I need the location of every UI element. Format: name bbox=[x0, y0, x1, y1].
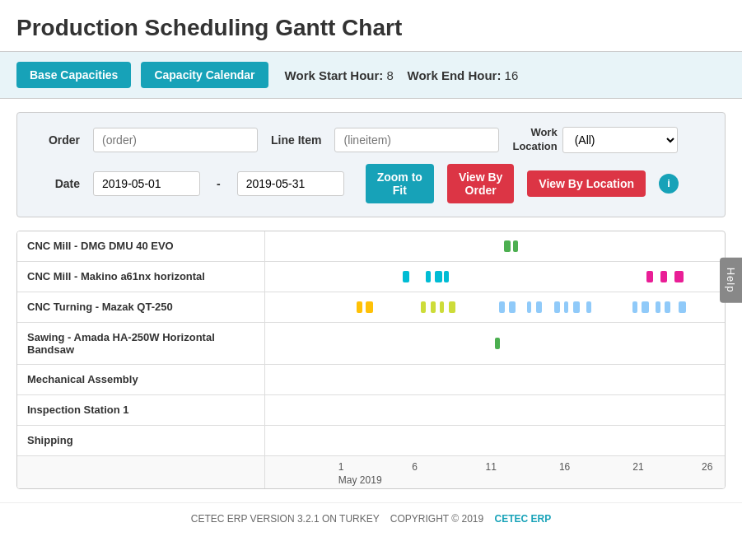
view-by-location-button[interactable]: View By Location bbox=[527, 170, 646, 197]
zoom-to-fit-button[interactable]: Zoom toFit bbox=[366, 164, 434, 203]
timeline-label-26: 26 bbox=[702, 461, 712, 473]
line-item-input[interactable] bbox=[334, 128, 499, 152]
date-separator: - bbox=[213, 177, 224, 190]
table-row: CNC Mill - Makino a61nx horizontal bbox=[17, 261, 725, 292]
filter-row-1: Order Line Item WorkLocation (All) bbox=[30, 126, 712, 154]
gantt-chart-row-7 bbox=[265, 426, 726, 455]
row-label-6: Inspection Station 1 bbox=[17, 394, 264, 425]
timeline-month: May 2019 bbox=[338, 474, 382, 486]
date-end-input[interactable] bbox=[237, 171, 344, 196]
gantt-table: CNC Mill - DMG DMU 40 EVO CNC Mill - Mak… bbox=[17, 231, 725, 489]
gantt-container: CNC Mill - DMG DMU 40 EVO CNC Mill - Mak… bbox=[16, 231, 726, 490]
help-tab[interactable]: Help bbox=[720, 258, 742, 303]
row-label-5: Mechanical Assembly bbox=[17, 364, 264, 394]
footer-copyright: COPYRIGHT © 2019 bbox=[390, 513, 483, 525]
table-row: Sawing - Amada HA-250W Horizontal Bandsa… bbox=[17, 322, 725, 364]
gantt-chart-row-3 bbox=[265, 292, 726, 322]
timeline-labels: 1 6 11 16 21 26 May 2019 bbox=[265, 461, 726, 484]
line-item-label: Line Item bbox=[271, 133, 321, 147]
filter-row-2: Date - Zoom toFit View ByOrder View By L… bbox=[30, 164, 712, 203]
gantt-chart-row-5 bbox=[265, 365, 726, 394]
timeline-row: 1 6 11 16 21 26 May 2019 bbox=[17, 455, 725, 488]
work-location-select[interactable]: (All) bbox=[562, 127, 678, 153]
timeline-label-16: 16 bbox=[559, 461, 570, 473]
gantt-chart-row-6 bbox=[265, 395, 726, 425]
toolbar: Base Capacities Capacity Calendar Work S… bbox=[0, 51, 742, 99]
row-label-1: CNC Mill - DMG DMU 40 EVO bbox=[17, 231, 264, 262]
timeline-label-21: 21 bbox=[632, 461, 643, 473]
table-row: Inspection Station 1 bbox=[17, 394, 725, 425]
gantt-chart-row-1 bbox=[265, 231, 726, 261]
table-row: Mechanical Assembly bbox=[17, 364, 725, 394]
capacity-calendar-button[interactable]: Capacity Calendar bbox=[141, 62, 268, 88]
timeline-label-6: 6 bbox=[412, 461, 418, 473]
row-label-7: Shipping bbox=[17, 425, 264, 455]
timeline-label-11: 11 bbox=[486, 461, 497, 473]
timeline-label-1: 1 bbox=[338, 461, 344, 473]
footer-link[interactable]: CETEC ERP bbox=[495, 513, 552, 525]
row-label-4: Sawing - Amada HA-250W Horizontal Bandsa… bbox=[17, 322, 264, 364]
table-row: CNC Turning - Mazak QT-250 bbox=[17, 292, 725, 322]
work-location-label: WorkLocation bbox=[512, 126, 557, 154]
base-capacities-button[interactable]: Base Capacities bbox=[16, 62, 131, 88]
filter-section: Order Line Item WorkLocation (All) Date … bbox=[16, 112, 726, 217]
order-input[interactable] bbox=[93, 128, 258, 152]
row-label-3: CNC Turning - Mazak QT-250 bbox=[17, 292, 264, 322]
footer: CETEC ERP VERSION 3.2.1 ON TURKEY COPYRI… bbox=[0, 502, 742, 534]
work-start-hour: Work Start Hour: 8 Work End Hour: 16 bbox=[285, 68, 519, 82]
table-row: CNC Mill - DMG DMU 40 EVO bbox=[17, 231, 725, 262]
row-label-2: CNC Mill - Makino a61nx horizontal bbox=[17, 261, 264, 292]
date-label: Date bbox=[30, 177, 80, 190]
footer-version: CETEC ERP VERSION 3.2.1 ON TURKEY bbox=[191, 513, 380, 525]
date-start-input[interactable] bbox=[93, 171, 200, 196]
view-by-order-button[interactable]: View ByOrder bbox=[447, 164, 514, 203]
table-row: Shipping bbox=[17, 425, 725, 455]
gantt-chart-row-2 bbox=[265, 262, 726, 292]
gantt-chart-row-4 bbox=[265, 329, 726, 358]
info-button[interactable]: i bbox=[659, 174, 679, 194]
page-title: Production Scheduling Gantt Chart bbox=[0, 0, 742, 51]
order-label: Order bbox=[30, 133, 80, 147]
